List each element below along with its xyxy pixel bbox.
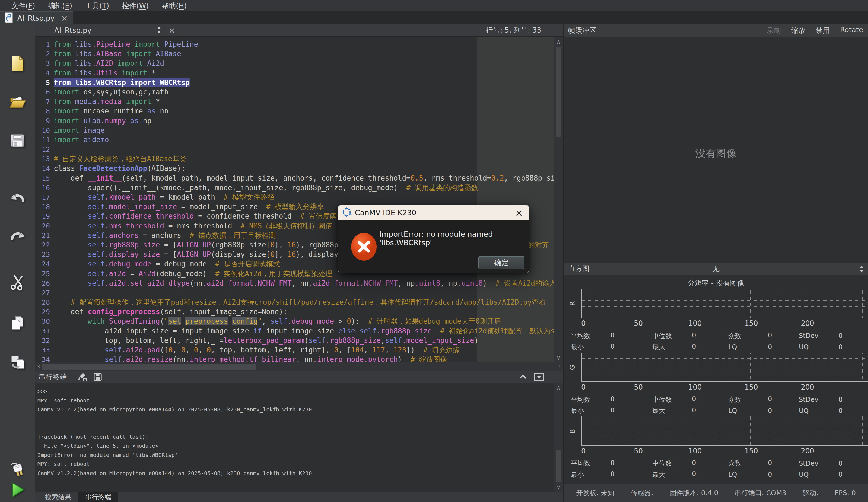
terminal-title: 串行终端 [39, 372, 67, 382]
collapse-panel-icon[interactable] [518, 373, 528, 382]
save-button[interactable] [9, 132, 26, 149]
code-line-29: 29 def config_preprocess(self, input_ima… [35, 307, 563, 317]
menu-item-edit[interactable]: 编辑(E) [42, 0, 79, 11]
tab-serial-terminal[interactable]: 串行终端 [78, 492, 118, 502]
serial-terminal-output[interactable]: >>>MPY: soft rebootCanMV v1.2.2(based on… [35, 383, 563, 492]
code-line-8: 8import nncase_runtime as nn [35, 106, 563, 116]
open-document-combo[interactable]: AI_Rtsp.py [54, 26, 91, 34]
code-line-14: 14class FaceDetectionApp(AIBase): [35, 164, 563, 173]
tab-close-icon[interactable]: × [61, 14, 68, 22]
framebuffer-view: 没有图像 [564, 37, 868, 263]
stat-G-平均数: 平均数0 [571, 395, 652, 404]
tab-ai-rtsp[interactable]: AI_Rtsp.py × [0, 11, 73, 24]
clear-terminal-icon[interactable] [77, 371, 88, 382]
scroll-down-icon[interactable]: ∨ [554, 354, 563, 362]
code-line-32: 32 top, bottom, left, right,_ =letterbox… [35, 336, 563, 345]
scroll-right-icon[interactable]: › [556, 362, 563, 371]
paste-button[interactable] [9, 354, 26, 371]
axis-tick: 0 [581, 447, 586, 455]
axis-tick: 0 [581, 319, 586, 327]
zoom-button[interactable]: 缩放 [791, 26, 805, 35]
code-line-16: 16 super().__init__(kmodel_path, model_i… [35, 183, 563, 193]
stat-G-StDev: StDev0 [799, 396, 865, 403]
editor-horizontal-scrollbar[interactable]: ‹ › [35, 362, 563, 371]
dialog-titlebar[interactable]: CanMV IDE K230 × [338, 205, 529, 220]
rotate-button[interactable]: Rotate [840, 26, 863, 35]
dialog-close-icon[interactable]: × [515, 207, 523, 218]
code-line-5: 5from libs.WBCRtsp import WBCRtsp [35, 78, 563, 88]
stat-B-中位数: 中位数0 [652, 459, 728, 468]
open-file-button[interactable] [9, 93, 26, 110]
code-line-7: 7from media.media import * [35, 97, 563, 106]
menu-item-help[interactable]: 帮助(H) [155, 0, 193, 11]
stat-R-最大: 最大0 [652, 342, 728, 351]
stat-G-UQ: UQ0 [799, 407, 865, 414]
code-line-17: 17 self.kmodel_path = kmodel_path # 模型文件… [35, 193, 563, 202]
code-line-31: 31 ai2d_input_size = input_image_size if… [35, 326, 563, 336]
stat-B-最大: 最大0 [652, 470, 728, 479]
histogram-channel-G: G050100150200平均数0中位数0众数0StDev0最小0最大0LQ0U… [564, 353, 868, 416]
redo-button[interactable] [9, 228, 26, 246]
code-line-2: 2from libs.AIBase import AIBase [35, 49, 563, 59]
save-log-icon[interactable] [92, 371, 103, 382]
axis-tick: 100 [689, 319, 702, 327]
scrollbar-thumb[interactable] [556, 47, 561, 136]
terminal-line: MPY: soft reboot [35, 396, 563, 405]
axis-tick: 50 [634, 447, 643, 455]
cursor-position-status: 行号: 5, 列号: 33 [486, 25, 541, 35]
axis-tick: 100 [689, 447, 702, 455]
tab-search-results[interactable]: 搜索结果 [38, 492, 78, 502]
code-lines: 1from libs.PipeLine import PipeLine2from… [35, 40, 563, 362]
scroll-left-icon[interactable]: ‹ [35, 362, 42, 371]
stat-G-中位数: 中位数0 [652, 395, 728, 404]
terminal-line: CanMV v1.2.2(based on Micropython e00a14… [35, 405, 563, 414]
stat-B-最小: 最小0 [571, 470, 652, 479]
terminal-line: >>> [35, 387, 563, 396]
editor-toolbar: AI_Rtsp.py × 行号: 5, 列号: 33 [35, 24, 563, 37]
code-line-9: 9import ulab.numpy as np [35, 116, 563, 126]
error-dialog: CanMV IDE K230 × ImportError: no module … [338, 205, 529, 273]
document-tab-bar: AI_Rtsp.py × [0, 11, 868, 24]
code-line-12: 12 [35, 145, 563, 154]
ok-button[interactable]: 确定 [478, 256, 525, 269]
connect-button[interactable] [9, 460, 26, 478]
code-line-28: 28 # 配置预处理操作，这里使用了pad和resize，Ai2d支持crop/… [35, 298, 563, 307]
stat-B-LQ: LQ0 [728, 471, 799, 478]
copy-button[interactable] [9, 314, 26, 332]
stat-R-众数: 众数0 [728, 331, 799, 340]
histogram-body: 分辨率 - 没有图像 R050100150200平均数0中位数0众数0StDev… [564, 275, 868, 483]
terminal-vertical-scrollbar[interactable]: ∧ ∨ [554, 383, 563, 492]
code-editor[interactable]: 1from libs.PipeLine import PipeLine2from… [35, 37, 563, 362]
stat-R-中位数: 中位数0 [652, 331, 728, 340]
menu-item-tools[interactable]: 工具(T) [79, 0, 116, 11]
menu-item-file[interactable]: 文件(F) [5, 0, 42, 11]
scroll-down-icon[interactable]: ∨ [554, 483, 563, 491]
dialog-title: CanMV IDE K230 [355, 208, 416, 217]
combo-spinner-icon[interactable] [157, 26, 162, 35]
run-script-button[interactable] [9, 481, 26, 499]
cut-button[interactable] [9, 274, 26, 291]
stat-R-UQ: UQ0 [799, 343, 865, 351]
status-port: 串行端口: COM3 [734, 489, 786, 498]
framebuffer-title: 帧缓冲区 [568, 26, 596, 35]
no-image-placeholder: 没有图像 [564, 147, 868, 161]
panel-menu-icon[interactable] [534, 373, 545, 382]
undo-button[interactable] [9, 191, 26, 208]
scroll-up-icon[interactable]: ∧ [554, 383, 563, 392]
editor-vertical-scrollbar[interactable]: ∧ ∨ [554, 37, 563, 362]
stat-R-StDev: StDev0 [799, 332, 865, 340]
status-board: 开发板: 未知 [576, 489, 614, 498]
code-line-13: 13# 自定义人脸检测类，继承自AIBase基类 [35, 154, 563, 164]
scroll-up-icon[interactable]: ∧ [554, 38, 563, 46]
channel-label-R: R [564, 289, 581, 318]
new-file-button[interactable] [9, 55, 26, 72]
combo-close-icon[interactable]: × [168, 25, 175, 35]
scrollbar-thumb[interactable] [42, 363, 256, 369]
menu-item-widgets[interactable]: 控件(W) [116, 0, 155, 11]
scrollbar-thumb[interactable] [556, 450, 561, 482]
disable-button[interactable]: 禁用 [816, 26, 830, 35]
axis-tick: 50 [634, 383, 643, 391]
histogram-source-spinner-icon[interactable] [859, 265, 864, 274]
histogram-source-select[interactable]: 无 [564, 264, 868, 274]
stat-G-众数: 众数0 [728, 395, 799, 404]
